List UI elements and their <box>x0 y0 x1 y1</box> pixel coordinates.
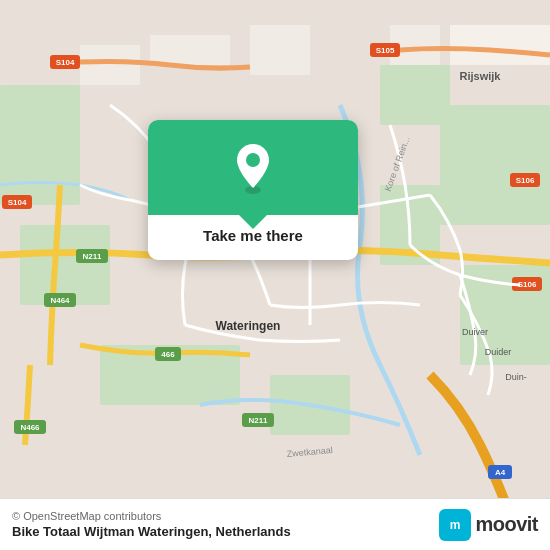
map-container: N211 N211 N464 N466 466 A4 S104 S104 S10… <box>0 0 550 550</box>
svg-text:N464: N464 <box>50 296 70 305</box>
popup-arrow <box>239 215 267 229</box>
svg-text:Duin-: Duin- <box>505 372 527 382</box>
svg-point-45 <box>246 153 260 167</box>
svg-text:m: m <box>450 518 461 532</box>
svg-text:Rijswijk: Rijswijk <box>460 70 502 82</box>
svg-text:S106: S106 <box>518 280 537 289</box>
svg-text:S104: S104 <box>56 58 75 67</box>
footer: © OpenStreetMap contributors Bike Totaal… <box>0 498 550 550</box>
svg-text:S105: S105 <box>376 46 395 55</box>
location-pin-icon <box>231 142 275 194</box>
moovit-logo: m moovit <box>439 509 538 541</box>
svg-text:S106: S106 <box>516 176 535 185</box>
map-background: N211 N211 N464 N466 466 A4 S104 S104 S10… <box>0 0 550 550</box>
copyright-text: © OpenStreetMap contributors <box>12 510 291 522</box>
svg-rect-10 <box>80 45 140 85</box>
svg-text:N466: N466 <box>20 423 40 432</box>
location-name: Bike Totaal Wijtman Wateringen, Netherla… <box>12 524 291 539</box>
svg-text:N211: N211 <box>82 252 102 261</box>
svg-text:Duiver: Duiver <box>462 327 488 337</box>
svg-text:A4: A4 <box>495 468 506 477</box>
svg-rect-12 <box>250 25 310 75</box>
svg-text:Wateringen: Wateringen <box>216 319 281 333</box>
svg-rect-4 <box>380 65 450 125</box>
svg-text:466: 466 <box>161 350 175 359</box>
popup-card: Take me there <box>148 120 358 260</box>
svg-rect-2 <box>0 85 80 205</box>
svg-text:S104: S104 <box>8 198 27 207</box>
svg-rect-14 <box>450 25 550 65</box>
moovit-icon: m <box>439 509 471 541</box>
moovit-text: moovit <box>475 513 538 536</box>
popup-green-section <box>148 120 358 215</box>
svg-rect-11 <box>150 35 230 65</box>
svg-text:Duider: Duider <box>485 347 512 357</box>
footer-left: © OpenStreetMap contributors Bike Totaal… <box>12 510 291 539</box>
svg-rect-5 <box>440 105 550 225</box>
svg-text:N211: N211 <box>248 416 268 425</box>
